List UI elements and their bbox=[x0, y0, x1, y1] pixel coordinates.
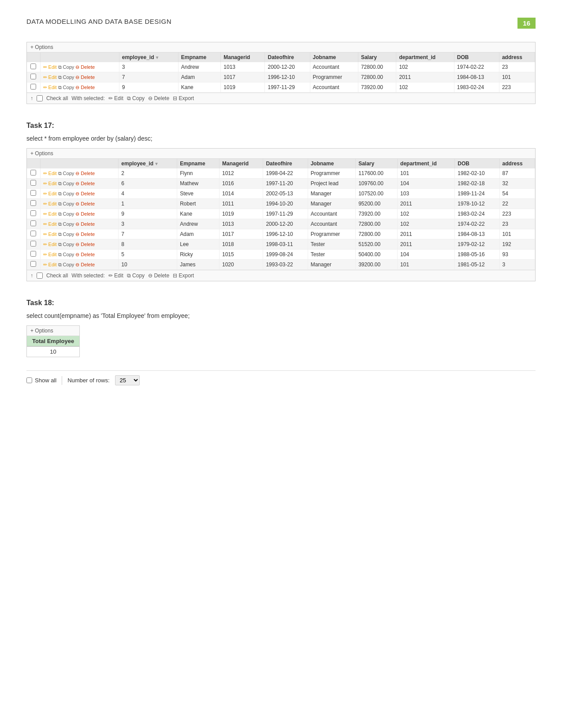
delete-button[interactable]: ⊖ Delete bbox=[75, 231, 95, 237]
copy-button[interactable]: ⧉ Copy bbox=[58, 221, 74, 227]
copy-button[interactable]: ⧉ Copy bbox=[58, 252, 74, 258]
cell-addr: 101 bbox=[499, 72, 535, 82]
row-checkbox[interactable] bbox=[30, 220, 36, 226]
edit-button[interactable]: ✏ Edit bbox=[43, 201, 57, 207]
edit-button[interactable]: ✏ Edit bbox=[43, 181, 57, 187]
copy-button[interactable]: ⧉ Copy bbox=[58, 75, 74, 80]
delete-button[interactable]: ⊖ Delete bbox=[75, 85, 95, 90]
row-checkbox[interactable] bbox=[30, 261, 36, 267]
delete-button[interactable]: ⊖ Delete bbox=[75, 211, 95, 217]
delete-button[interactable]: ⊖ Delete bbox=[75, 252, 95, 258]
copy-button[interactable]: ⧉ Copy bbox=[58, 85, 74, 90]
task17-footer-copy[interactable]: ⧉ Copy bbox=[127, 273, 145, 279]
row-checkbox[interactable] bbox=[30, 180, 36, 186]
task18-options-label[interactable]: + Options bbox=[30, 328, 53, 334]
copy-button[interactable]: ⧉ Copy bbox=[58, 171, 74, 176]
col-department-id[interactable]: department_id bbox=[396, 52, 454, 62]
col-dateofhire[interactable]: Dateofhire bbox=[263, 159, 308, 168]
cell-emp_id: 6 bbox=[119, 179, 177, 189]
cell-emp_id: 4 bbox=[119, 189, 177, 199]
edit-button[interactable]: ✏ Edit bbox=[43, 221, 57, 227]
delete-button[interactable]: ⊖ Delete bbox=[75, 262, 95, 268]
col-salary[interactable]: Salary bbox=[356, 159, 398, 168]
copy-button[interactable]: ⧉ Copy bbox=[58, 64, 74, 70]
task16-options-bar[interactable]: + Options bbox=[27, 42, 535, 52]
col-department-id[interactable]: department_id bbox=[398, 159, 455, 168]
col-address[interactable]: address bbox=[499, 159, 535, 168]
delete-button[interactable]: ⊖ Delete bbox=[75, 191, 95, 197]
cell-addr: 93 bbox=[499, 250, 535, 260]
cell-empname: Steve bbox=[177, 189, 220, 199]
copy-button[interactable]: ⧉ Copy bbox=[58, 231, 74, 237]
task17-options-label[interactable]: + Options bbox=[30, 150, 53, 157]
col-address[interactable]: address bbox=[499, 52, 535, 62]
delete-button[interactable]: ⊖ Delete bbox=[75, 171, 95, 176]
row-checkbox[interactable] bbox=[30, 200, 36, 206]
copy-button[interactable]: ⧉ Copy bbox=[58, 242, 74, 247]
task16-footer-copy[interactable]: ⧉ Copy bbox=[127, 95, 145, 101]
cell-empname: Lee bbox=[177, 239, 220, 250]
col-empname[interactable]: Empname bbox=[178, 52, 221, 62]
col-managerid[interactable]: Managerid bbox=[221, 52, 265, 62]
row-checkbox[interactable] bbox=[30, 190, 36, 196]
task17-footer-delete[interactable]: ⊖ Delete bbox=[148, 273, 169, 279]
copy-button[interactable]: ⧉ Copy bbox=[58, 262, 74, 268]
delete-button[interactable]: ⊖ Delete bbox=[75, 64, 95, 70]
col-dob[interactable]: DOB bbox=[454, 52, 499, 62]
delete-button[interactable]: ⊖ Delete bbox=[75, 181, 95, 187]
cell-doh: 1994-10-20 bbox=[263, 199, 308, 209]
row-checkbox[interactable] bbox=[30, 231, 36, 236]
edit-button[interactable]: ✏ Edit bbox=[43, 211, 57, 217]
task16-check-all-cb[interactable] bbox=[37, 95, 43, 101]
col-salary[interactable]: Salary bbox=[358, 52, 396, 62]
task18-options-bar[interactable]: + Options bbox=[27, 326, 79, 336]
cell-dob: 1982-02-18 bbox=[455, 179, 499, 189]
edit-button[interactable]: ✏ Edit bbox=[43, 262, 57, 268]
cell-emp_id: 2 bbox=[119, 168, 177, 179]
col-employee-id[interactable]: employee_id ▼ bbox=[119, 52, 178, 62]
task16-options-label[interactable]: + Options bbox=[30, 44, 53, 50]
row-checkbox[interactable] bbox=[30, 251, 36, 257]
col-employee-id[interactable]: employee_id ▼ bbox=[119, 159, 177, 168]
task16-footer-delete[interactable]: ⊖ Delete bbox=[148, 95, 169, 101]
copy-button[interactable]: ⧉ Copy bbox=[58, 181, 74, 187]
cell-dob: 1979-02-12 bbox=[455, 239, 499, 250]
col-empname[interactable]: Empname bbox=[177, 159, 220, 168]
row-checkbox[interactable] bbox=[30, 170, 36, 175]
col-dob[interactable]: DOB bbox=[455, 159, 499, 168]
edit-button[interactable]: ✏ Edit bbox=[43, 75, 57, 80]
task17-options-bar[interactable]: + Options bbox=[27, 149, 535, 159]
delete-button[interactable]: ⊖ Delete bbox=[75, 221, 95, 227]
row-checkbox[interactable] bbox=[30, 84, 36, 90]
col-jobname[interactable]: Jobname bbox=[308, 159, 355, 168]
edit-button[interactable]: ✏ Edit bbox=[43, 191, 57, 197]
edit-button[interactable]: ✏ Edit bbox=[43, 171, 57, 176]
task16-footer-edit[interactable]: ✏ Edit bbox=[108, 95, 123, 101]
copy-button[interactable]: ⧉ Copy bbox=[58, 211, 74, 217]
copy-button[interactable]: ⧉ Copy bbox=[58, 191, 74, 197]
col-managerid[interactable]: Managerid bbox=[219, 159, 263, 168]
col-jobname[interactable]: Jobname bbox=[310, 52, 358, 62]
cell-emp_id: 1 bbox=[119, 199, 177, 209]
row-checkbox[interactable] bbox=[30, 210, 36, 216]
rows-select[interactable]: 25 50 100 bbox=[115, 375, 140, 385]
col-dateofhire[interactable]: Dateofhire bbox=[265, 52, 310, 62]
edit-button[interactable]: ✏ Edit bbox=[43, 252, 57, 258]
show-all-checkbox[interactable] bbox=[26, 377, 32, 383]
task16-footer-export[interactable]: ⊟ Export bbox=[173, 95, 194, 101]
edit-button[interactable]: ✏ Edit bbox=[43, 85, 57, 90]
edit-button[interactable]: ✏ Edit bbox=[43, 231, 57, 237]
task17-footer-edit[interactable]: ✏ Edit bbox=[108, 273, 123, 279]
task17-footer-export[interactable]: ⊟ Export bbox=[173, 273, 194, 279]
edit-button[interactable]: ✏ Edit bbox=[43, 64, 57, 70]
row-checkbox[interactable] bbox=[30, 241, 36, 246]
delete-button[interactable]: ⊖ Delete bbox=[75, 242, 95, 247]
delete-button[interactable]: ⊖ Delete bbox=[75, 75, 95, 80]
edit-button[interactable]: ✏ Edit bbox=[43, 242, 57, 247]
copy-button[interactable]: ⧉ Copy bbox=[58, 201, 74, 207]
task17-check-all-cb[interactable] bbox=[37, 273, 43, 279]
row-checkbox[interactable] bbox=[30, 63, 36, 69]
row-checkbox[interactable] bbox=[30, 74, 36, 79]
delete-button[interactable]: ⊖ Delete bbox=[75, 201, 95, 207]
cell-emp_id: 5 bbox=[119, 250, 177, 260]
